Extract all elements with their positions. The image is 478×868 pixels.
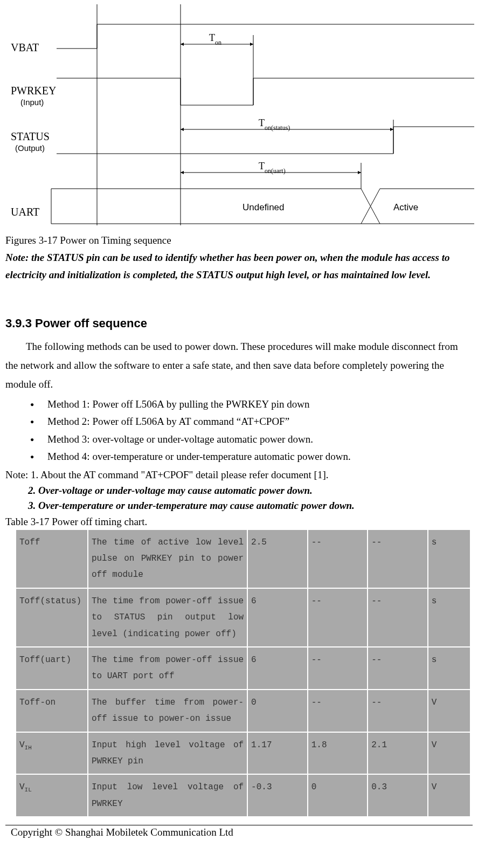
cell-val: -- xyxy=(368,529,428,588)
timing-table: ToffThe time of active low level pulse o… xyxy=(15,529,471,817)
pwrkey-sub: (Input) xyxy=(20,98,44,107)
cell-val: -- xyxy=(368,588,428,647)
methods-list: Method 1: Power off L506A by pulling the… xyxy=(5,396,473,465)
figure-note: Note: the STATUS pin can be used to iden… xyxy=(5,249,473,284)
cell-symbol: Toff xyxy=(16,529,88,588)
intro-paragraph: The following methods can be used to pow… xyxy=(5,337,473,394)
cell-val: -- xyxy=(308,647,368,690)
note-1: Note: 1. About the AT command "AT+CPOF" … xyxy=(5,467,473,483)
cell-val: 0.3 xyxy=(368,774,428,817)
vbat-label: VBAT xyxy=(11,42,39,53)
cell-val: 6 xyxy=(247,647,308,690)
list-item: Method 3: over-voltage or under-voltage … xyxy=(5,431,473,448)
cell-val: -- xyxy=(308,529,368,588)
cell-symbol: VIL xyxy=(16,774,88,817)
footer-divider xyxy=(5,825,473,825)
timing-diagram: VBAT PWRKEY (Input) Ton STATUS (Output) … xyxy=(5,0,473,229)
table-row: VILInput low level voltage of PWRKEY-0.3… xyxy=(16,774,470,817)
cell-val: -- xyxy=(368,647,428,690)
note-3: 3. Over-temperature or under-temperature… xyxy=(5,498,473,514)
cell-val: 0 xyxy=(308,774,368,817)
table-row: ToffThe time of active low level pulse o… xyxy=(16,529,470,588)
cell-desc: Input high level voltage of PWRKEY pin xyxy=(88,732,247,775)
cell-unit: V xyxy=(428,732,470,775)
table-caption: Table 3-17 Power off timing chart. xyxy=(5,516,473,528)
cell-symbol: Toff-on xyxy=(16,690,88,732)
copyright-footer: Copyright © Shanghai Mobiletek Communica… xyxy=(11,826,473,838)
cell-unit: s xyxy=(428,588,470,647)
cell-desc: Input low level voltage of PWRKEY xyxy=(88,774,247,817)
cell-desc: The time from power-off issue to UART po… xyxy=(88,647,247,690)
cell-desc: The time of active low level pulse on PW… xyxy=(88,529,247,588)
table-row: Toff-onThe buffer time from power-off is… xyxy=(16,690,470,732)
timing-diagram-svg: VBAT PWRKEY (Input) Ton STATUS (Output) … xyxy=(5,0,474,226)
pwrkey-label: PWRKEY xyxy=(11,85,56,97)
cell-desc: The time from power-off issue to STATUS … xyxy=(88,588,247,647)
cell-val: -0.3 xyxy=(247,774,308,817)
cell-unit: V xyxy=(428,690,470,732)
table-row: Toff(status)The time from power-off issu… xyxy=(16,588,470,647)
status-sub: (Output) xyxy=(15,143,45,153)
cell-val: -- xyxy=(368,690,428,732)
cell-val: 1.17 xyxy=(247,732,308,775)
cell-unit: s xyxy=(428,529,470,588)
cell-unit: s xyxy=(428,647,470,690)
figure-caption: Figures 3-17 Power on Timing sequence xyxy=(5,235,473,246)
cell-desc: The buffer time from power-off issue to … xyxy=(88,690,247,732)
notes-block: Note: 1. About the AT command "AT+CPOF" … xyxy=(5,467,473,514)
cell-symbol: Toff(uart) xyxy=(16,647,88,690)
list-item: Method 2: Power off L506A by AT command … xyxy=(5,413,473,430)
cell-symbol: Toff(status) xyxy=(16,588,88,647)
note-2: 2. Over-voltage or under-voltage may cau… xyxy=(5,483,473,499)
list-item: Method 4: over-temperature or under-temp… xyxy=(5,448,473,465)
cell-val: 6 xyxy=(247,588,308,647)
status-label: STATUS xyxy=(11,130,50,142)
cell-val: -- xyxy=(308,588,368,647)
active-label: Active xyxy=(393,202,418,212)
cell-val: -- xyxy=(308,690,368,732)
cell-symbol: VIH xyxy=(16,732,88,775)
uart-label: UART xyxy=(11,206,39,218)
section-heading: 3.9.3 Power off sequence xyxy=(5,316,473,330)
table-row: Toff(uart)The time from power-off issue … xyxy=(16,647,470,690)
cell-val: 0 xyxy=(247,690,308,732)
undefined-label: Undefined xyxy=(243,202,285,212)
cell-val: 1.8 xyxy=(308,732,368,775)
cell-val: 2.5 xyxy=(247,529,308,588)
cell-unit: V xyxy=(428,774,470,817)
cell-val: 2.1 xyxy=(368,732,428,775)
table-row: VIHInput high level voltage of PWRKEY pi… xyxy=(16,732,470,775)
list-item: Method 1: Power off L506A by pulling the… xyxy=(5,396,473,413)
